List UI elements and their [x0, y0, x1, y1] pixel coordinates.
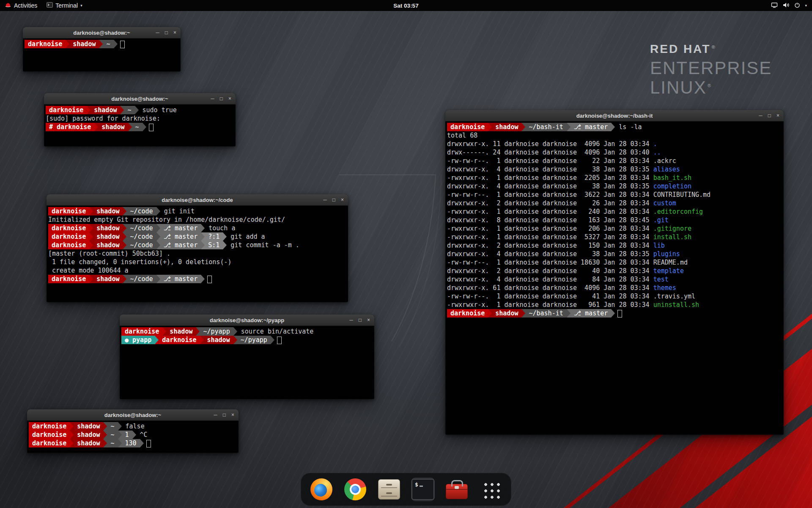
terminal-cursor — [617, 310, 622, 318]
ls-columns: drwxrwxr-x. 8 darknoise darknoise 163 Ja… — [447, 216, 653, 224]
output-line: -rwxrwxr-x. 1 darknoise darknoise 5327 J… — [447, 233, 782, 241]
activities-label: Activities — [14, 2, 37, 9]
prompt-line: darknoiseshadow~130 — [29, 439, 237, 447]
prompt-segment-branch: ⎇ master — [160, 232, 201, 241]
powerline-arrow-icon — [132, 431, 136, 439]
prompt-segment-user: darknoise — [121, 327, 162, 336]
brand-linux: LINUX® — [650, 79, 772, 97]
app-menu-terminal[interactable]: Terminal ▾ — [42, 0, 87, 11]
activities-button[interactable]: Activities — [0, 0, 42, 11]
window-titlebar[interactable]: darknoise@shadow:~ ─ □ × — [27, 409, 239, 421]
terminal-content[interactable]: darknoiseshadow~ sudo true[sudo] passwor… — [44, 105, 235, 146]
prompt-segment-code: 1 — [122, 431, 132, 439]
clock[interactable]: Sat 03:57 — [393, 3, 418, 9]
terminal-window-exit-codes[interactable]: darknoise@shadow:~ ─ □ × darknoiseshadow… — [27, 409, 239, 453]
minimize-button[interactable]: ─ — [214, 412, 217, 417]
minimize-button[interactable]: ─ — [323, 197, 327, 202]
terminal-cursor — [146, 440, 151, 447]
ls-columns: drwxrwxr-x. 11 darknoise darknoise 4096 … — [447, 140, 653, 148]
close-button[interactable]: × — [776, 113, 779, 118]
terminal-content[interactable]: darknoiseshadow~ — [23, 39, 180, 71]
window-titlebar[interactable]: darknoise@shadow:~/code ─ □ × — [47, 194, 348, 206]
close-button[interactable]: × — [367, 318, 370, 323]
dock-item-chrome[interactable] — [343, 478, 367, 501]
minimize-button[interactable]: ─ — [349, 318, 353, 323]
dock-item-terminal[interactable]: $ — [411, 478, 435, 501]
powerline-arrow-icon — [201, 224, 205, 232]
maximize-button[interactable]: □ — [223, 412, 226, 417]
prompt-segment-host: shadow — [93, 224, 123, 232]
prompt-segment-path: ~ — [132, 123, 143, 131]
window-title: darknoise@shadow:~ — [104, 412, 161, 418]
prompt-segment-path: ~/code — [126, 275, 156, 283]
minimize-button[interactable]: ─ — [211, 96, 214, 101]
terminal-window-code[interactable]: darknoise@shadow:~/code ─ □ × darknoises… — [47, 194, 348, 302]
file-name: template — [653, 267, 684, 275]
ls-columns: -rw-rw-r--. 1 darknoise darknoise 3622 J… — [447, 191, 653, 199]
prompt-segment-path: ~/bash-it — [525, 123, 566, 131]
prompt-segment-path: ~/code — [126, 207, 156, 215]
prompt-segment-path: ~ — [124, 106, 134, 114]
powerline-arrow-icon — [611, 309, 615, 318]
terminal-content[interactable]: darknoiseshadow~/pyapp source bin/activa… — [120, 326, 374, 399]
powerline-arrow-icon — [103, 439, 107, 447]
powerline-arrow-icon — [70, 422, 74, 431]
output-line: drwxrwxr-x. 2 darknoise darknoise 40 Jan… — [447, 267, 782, 275]
prompt-segment-path: ~ — [107, 439, 118, 447]
window-titlebar[interactable]: darknoise@shadow:~/pyapp ─ □ × — [120, 315, 374, 326]
prompt-line: darknoiseshadow~/bash-it⎇ master ls -la — [447, 123, 782, 131]
dock-item-show-apps[interactable] — [479, 478, 502, 501]
window-titlebar[interactable]: darknoise@shadow:~/bash-it ─ □ × — [445, 110, 784, 121]
minimize-button[interactable]: ─ — [156, 30, 159, 35]
prompt-segment-user: darknoise — [48, 207, 89, 215]
maximize-button[interactable]: □ — [359, 318, 362, 323]
terminal-content[interactable]: darknoiseshadow~/code git initInitialize… — [47, 206, 348, 302]
top-bar: Activities Terminal ▾ Sat 03:57 ▾ — [0, 0, 812, 11]
terminal-content[interactable]: darknoiseshadow~/bash-it⎇ master ls -lat… — [446, 121, 783, 434]
powerline-arrow-icon — [201, 232, 205, 241]
powerline-arrow-icon — [118, 439, 122, 447]
terminal-window-home-1[interactable]: darknoise@shadow:~ ─ □ × darknoiseshadow… — [23, 27, 181, 72]
file-name: test — [653, 276, 669, 283]
ls-columns: drwxrwxr-x. 4 darknoise darknoise 84 Jan… — [447, 276, 653, 283]
prompt-segment-path: ~/code — [126, 224, 156, 232]
dock-item-toolbox[interactable] — [445, 478, 469, 501]
maximize-button[interactable]: □ — [165, 30, 168, 35]
command-text: git commit -a -m . — [227, 241, 299, 249]
powerline-arrow-icon — [89, 241, 93, 249]
close-button[interactable]: × — [173, 30, 176, 35]
powerline-arrow-icon — [155, 336, 159, 344]
powerline-arrow-icon — [223, 241, 227, 249]
window-titlebar[interactable]: darknoise@shadow:~ ─ □ × — [44, 93, 236, 105]
minimize-button[interactable]: ─ — [759, 113, 763, 118]
prompt-line: darknoiseshadow~ false — [29, 422, 237, 431]
maximize-button[interactable]: □ — [220, 96, 223, 101]
maximize-button[interactable]: □ — [332, 197, 335, 202]
powerline-arrow-icon — [271, 336, 274, 344]
close-button[interactable]: × — [228, 96, 231, 101]
terminal-content[interactable]: darknoiseshadow~ falsedarknoiseshadow~1 … — [27, 421, 238, 453]
brand-red-hat: RED HAT® — [650, 43, 772, 55]
powerline-arrow-icon — [123, 241, 126, 249]
close-button[interactable]: × — [231, 412, 234, 417]
prompt-segment-user: darknoise — [159, 336, 200, 344]
system-status-area[interactable]: ▾ — [771, 0, 812, 11]
output-line: drwxrwxr-x. 8 darknoise darknoise 163 Ja… — [447, 216, 782, 224]
terminal-window-bash-it[interactable]: darknoise@shadow:~/bash-it ─ □ × darknoi… — [445, 110, 784, 435]
file-name: . — [653, 140, 657, 148]
dock-item-firefox[interactable] — [310, 478, 333, 501]
powerline-arrow-icon — [233, 336, 237, 344]
powerline-arrow-icon — [201, 241, 205, 249]
dock-item-files[interactable] — [377, 478, 401, 501]
powerline-arrow-icon — [156, 224, 160, 232]
prompt-segment-user: darknoise — [48, 275, 89, 283]
command-text: git add a — [227, 233, 265, 240]
terminal-window-sudo[interactable]: darknoise@shadow:~ ─ □ × darknoiseshadow… — [44, 93, 236, 146]
maximize-button[interactable]: □ — [768, 113, 771, 118]
window-titlebar[interactable]: darknoise@shadow:~ ─ □ × — [23, 27, 181, 39]
terminal-window-pyapp[interactable]: darknoise@shadow:~/pyapp ─ □ × darknoise… — [120, 315, 374, 399]
ls-columns: drwxrwxr-x. 61 darknoise darknoise 4096 … — [447, 284, 653, 292]
close-button[interactable]: × — [341, 197, 344, 202]
powerline-arrow-icon — [89, 207, 93, 215]
ls-columns: drwx------. 24 darknoise darknoise 4096 … — [447, 149, 653, 156]
